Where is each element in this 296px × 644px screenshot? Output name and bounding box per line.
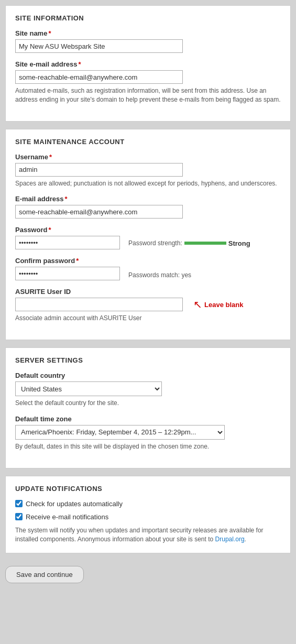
check-updates-label[interactable]: Check for updates automatically	[15, 500, 281, 508]
password-field-group: Password* Password strength: Strong	[15, 226, 281, 249]
site-information-title: SITE INFORMATION	[15, 14, 281, 22]
leave-blank-annotation: ↖ Leave blank	[193, 299, 243, 310]
confirm-password-row: Passwords match: yes	[15, 267, 281, 280]
username-input[interactable]	[15, 163, 183, 177]
default-timezone-label: Default time zone	[15, 415, 281, 423]
check-updates-group: Check for updates automatically	[15, 500, 281, 508]
site-name-input[interactable]	[15, 39, 183, 53]
confirm-password-input[interactable]	[15, 267, 120, 280]
asurite-input-row: ↖ Leave blank	[15, 298, 281, 311]
site-email-help: Automated e-mails, such as registration …	[15, 86, 281, 104]
asurite-field-group: ASURITE User ID ↖ Leave blank Associate …	[15, 288, 281, 323]
default-country-select[interactable]: United States	[15, 381, 162, 396]
default-country-field-group: Default country United States Select the…	[15, 372, 281, 408]
username-help: Spaces are allowed; punctuation is not a…	[15, 179, 281, 188]
update-notifications-help: The system will notify you when updates …	[15, 526, 281, 544]
maintenance-email-label: E-mail address*	[15, 195, 281, 203]
update-notifications-section: UPDATE NOTIFICATIONS Check for updates a…	[5, 476, 291, 554]
default-timezone-help: By default, dates in this site will be d…	[15, 442, 281, 451]
password-input[interactable]	[15, 236, 120, 249]
page-wrapper: SITE INFORMATION Site name* Site e-mail …	[0, 0, 296, 594]
server-settings-title: SERVER SETTINGS	[15, 356, 281, 364]
asurite-label: ASURITE User ID	[15, 288, 281, 296]
site-information-section: SITE INFORMATION Site name* Site e-mail …	[5, 5, 291, 122]
receive-email-label[interactable]: Receive e-mail notifications	[15, 513, 281, 521]
site-email-input[interactable]	[15, 70, 183, 84]
maintenance-email-input[interactable]	[15, 205, 183, 219]
username-field-group: Username* Spaces are allowed; punctuatio…	[15, 153, 281, 188]
site-email-label: Site e-mail address*	[15, 60, 281, 68]
default-country-help: Select the default country for the site.	[15, 399, 281, 408]
confirm-password-field-group: Confirm password* Passwords match: yes	[15, 257, 281, 280]
passwords-match-text: Passwords match: yes	[128, 271, 191, 279]
password-row: Password strength: Strong	[15, 236, 281, 249]
password-strength-row: Password strength: Strong	[128, 239, 250, 247]
asurite-input[interactable]	[15, 298, 183, 311]
footer: Save and continue	[5, 561, 291, 588]
password-strength-value: Strong	[228, 239, 250, 247]
drupal-link[interactable]: Drupal.org	[215, 536, 245, 543]
arrow-icon: ↖	[193, 299, 202, 310]
receive-email-checkbox[interactable]	[15, 513, 23, 520]
update-notifications-title: UPDATE NOTIFICATIONS	[15, 485, 281, 493]
default-timezone-field-group: Default time zone America/Phoenix: Frida…	[15, 415, 281, 451]
default-timezone-select[interactable]: America/Phoenix: Friday, September 4, 20…	[15, 425, 225, 440]
server-settings-section: SERVER SETTINGS Default country United S…	[5, 347, 291, 468]
password-strength-bar	[184, 242, 226, 245]
asurite-help: Associate admin account with ASURITE Use…	[15, 314, 281, 323]
check-updates-checkbox[interactable]	[15, 500, 23, 507]
site-name-field-group: Site name*	[15, 29, 281, 53]
site-email-field-group: Site e-mail address* Automated e-mails, …	[15, 60, 281, 104]
password-strength-label: Password strength:	[128, 239, 182, 247]
default-country-label: Default country	[15, 372, 281, 379]
site-maintenance-section: SITE MAINTENANCE ACCOUNT Username* Space…	[5, 129, 291, 341]
confirm-password-label: Confirm password*	[15, 257, 281, 265]
username-label: Username*	[15, 153, 281, 161]
maintenance-email-field-group: E-mail address*	[15, 195, 281, 219]
site-maintenance-title: SITE MAINTENANCE ACCOUNT	[15, 138, 281, 146]
receive-email-group: Receive e-mail notifications	[15, 513, 281, 521]
leave-blank-text: Leave blank	[204, 301, 243, 309]
site-name-label: Site name*	[15, 29, 281, 37]
save-and-continue-button[interactable]: Save and continue	[5, 566, 84, 583]
password-label: Password*	[15, 226, 281, 234]
password-strength-bar-container	[184, 242, 226, 245]
